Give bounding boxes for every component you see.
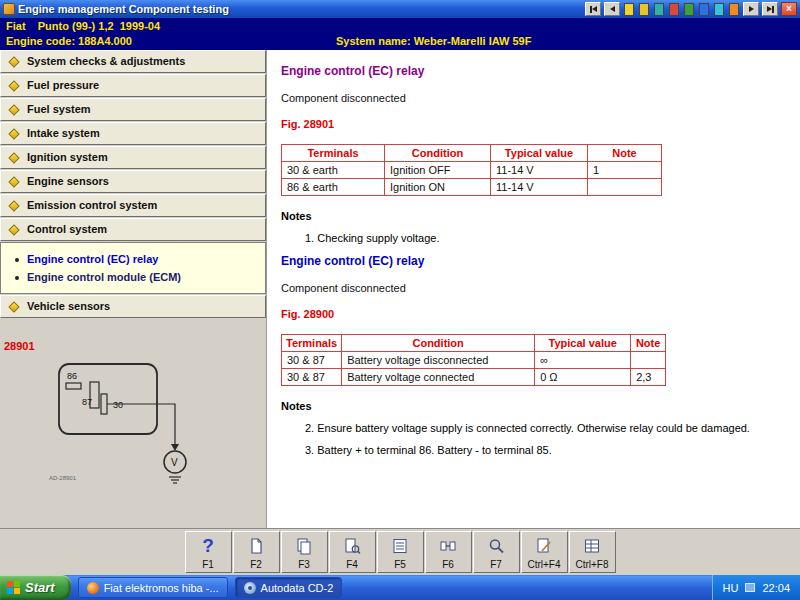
cell: 2,3 xyxy=(631,369,666,386)
ctrl-f8-button[interactable]: Ctrl+F8 xyxy=(569,531,616,573)
nav-first-icon[interactable] xyxy=(585,2,601,16)
f7-button[interactable]: F7 xyxy=(473,531,520,573)
nav-next-icon[interactable] xyxy=(743,2,759,16)
diamond-icon xyxy=(8,104,19,115)
col-terminals: Terminals xyxy=(282,335,342,352)
sidebar-item-fuel-pressure[interactable]: Fuel pressure xyxy=(0,74,266,97)
sidebar-item-system-checks[interactable]: System checks & adjustments xyxy=(0,50,266,73)
help-icon: ? xyxy=(202,535,214,557)
tray-status-icon[interactable] xyxy=(745,583,755,592)
nav-prev-icon[interactable] xyxy=(604,2,620,16)
note-item: 3. Battery + to terminal 86. Battery - t… xyxy=(305,444,790,456)
taskbar-item-browser[interactable]: Fiat elektromos hiba -... xyxy=(78,577,228,598)
diamond-icon xyxy=(8,176,19,187)
pin-86-label: 86 xyxy=(67,371,77,381)
submenu-item-ec-relay[interactable]: Engine control (EC) relay xyxy=(13,250,261,268)
notes-title: Notes xyxy=(281,400,790,412)
sidebar-item-label: Ignition system xyxy=(27,151,108,163)
nav-last-icon[interactable] xyxy=(762,2,778,16)
submenu-item-ecm[interactable]: Engine control module (ECM) xyxy=(13,268,261,286)
table-row: 30 & earth Ignition OFF 11-14 V 1 xyxy=(282,162,662,179)
table-row: 86 & earth Ignition ON 11-14 V xyxy=(282,179,662,196)
sidebar-item-vehicle-sensors[interactable]: Vehicle sensors xyxy=(0,295,266,318)
sidebar-item-fuel-system[interactable]: Fuel system xyxy=(0,98,266,121)
cell: 1 xyxy=(588,162,662,179)
figure-ref: Fig. 28901 xyxy=(281,118,790,130)
sidebar-item-label: Control system xyxy=(27,223,107,235)
section-title-link[interactable]: Engine control (EC) relay xyxy=(281,254,790,268)
language-indicator[interactable]: HU xyxy=(723,582,739,594)
clock: 22:04 xyxy=(762,582,790,594)
component-icon xyxy=(438,535,458,557)
cell: 0 Ω xyxy=(535,369,631,386)
sidebar: System checks & adjustments Fuel pressur… xyxy=(0,50,266,528)
submenu-item-label: Engine control module (ECM) xyxy=(27,271,181,283)
cell xyxy=(631,352,666,369)
sidebar-item-ignition-system[interactable]: Ignition system xyxy=(0,146,266,169)
relay-diagram-svg: 86 87 30 V AD-28901 xyxy=(45,358,200,486)
start-button[interactable]: Start xyxy=(0,575,71,600)
main-content: Engine control (EC) relay Component disc… xyxy=(266,50,800,528)
table-row: 30 & 87 Battery voltage disconnected ∞ xyxy=(282,352,666,369)
spec-table-2: Terminals Condition Typical value Note 3… xyxy=(281,334,666,386)
key-label: F4 xyxy=(346,559,358,570)
sidebar-item-label: Intake system xyxy=(27,127,100,139)
col-condition: Condition xyxy=(342,335,535,352)
component-state: Component disconnected xyxy=(281,92,790,104)
f2-button[interactable]: F2 xyxy=(233,531,280,573)
taskbar-item-autodata[interactable]: Autodata CD-2 xyxy=(235,577,343,598)
system-name: System name: Weber-Marelli IAW 59F xyxy=(336,35,531,47)
sidebar-item-emission-control[interactable]: Emission control system xyxy=(0,194,266,217)
vehicle-header: Fiat Punto (99-) 1,2 1999-04 Engine code… xyxy=(0,18,800,50)
submenu-item-label: Engine control (EC) relay xyxy=(27,253,158,265)
f1-help-button[interactable]: ? F1 xyxy=(185,531,232,573)
cell: 11-14 V xyxy=(491,162,588,179)
ctrl-f4-button[interactable]: Ctrl+F4 xyxy=(521,531,568,573)
diamond-icon xyxy=(8,224,19,235)
cd-icon xyxy=(244,582,256,594)
bullet-icon xyxy=(15,276,19,280)
doc-yellow-icon[interactable] xyxy=(624,3,634,16)
windows-flag-icon xyxy=(7,581,20,594)
firefox-icon xyxy=(87,582,99,594)
spec-table-1: Terminals Condition Typical value Note 3… xyxy=(281,144,662,196)
note-item: 1. Checking supply voltage. xyxy=(305,232,790,244)
control-system-submenu: Engine control (EC) relay Engine control… xyxy=(0,242,266,294)
col-note: Note xyxy=(588,145,662,162)
f5-button[interactable]: F5 xyxy=(377,531,424,573)
sidebar-item-label: Emission control system xyxy=(27,199,157,211)
col-typical-value: Typical value xyxy=(491,145,588,162)
key-label: F7 xyxy=(490,559,502,570)
engine-code: Engine code: 188A4.000 xyxy=(6,35,132,47)
col-condition: Condition xyxy=(385,145,491,162)
f6-button[interactable]: F6 xyxy=(425,531,472,573)
f3-button[interactable]: F3 xyxy=(281,531,328,573)
sidebar-item-intake-system[interactable]: Intake system xyxy=(0,122,266,145)
cell: ∞ xyxy=(535,352,631,369)
list-icon xyxy=(390,535,410,557)
cell: Battery voltage connected xyxy=(342,369,535,386)
function-key-toolbar: ? F1 F2 F3 F4 F5 F6 F7 xyxy=(0,528,800,575)
doc-teal-icon[interactable] xyxy=(654,3,664,16)
f4-button[interactable]: F4 xyxy=(329,531,376,573)
diamond-icon xyxy=(8,200,19,211)
close-icon[interactable]: × xyxy=(781,2,797,16)
sidebar-item-label: Vehicle sensors xyxy=(27,300,110,312)
doc-orange-icon[interactable] xyxy=(729,3,739,16)
doc-cyan-icon[interactable] xyxy=(714,3,724,16)
doc-green-icon[interactable] xyxy=(684,3,694,16)
document-search-icon xyxy=(342,535,362,557)
sidebar-item-label: Engine sensors xyxy=(27,175,109,187)
table-row: 30 & 87 Battery voltage connected 0 Ω 2,… xyxy=(282,369,666,386)
table-header-row: Terminals Condition Typical value Note xyxy=(282,335,666,352)
doc-blue-icon[interactable] xyxy=(699,3,709,16)
documents-icon xyxy=(294,535,314,557)
relay-circuit-diagram: 86 87 30 V AD-28901 xyxy=(45,358,266,488)
doc-red-icon[interactable] xyxy=(669,3,679,16)
figure-number: 28901 xyxy=(4,340,266,352)
sidebar-item-control-system[interactable]: Control system xyxy=(0,218,266,241)
voltmeter-label: V xyxy=(171,457,178,468)
doc-gold-icon[interactable] xyxy=(639,3,649,16)
component-state: Component disconnected xyxy=(281,282,790,294)
sidebar-item-engine-sensors[interactable]: Engine sensors xyxy=(0,170,266,193)
